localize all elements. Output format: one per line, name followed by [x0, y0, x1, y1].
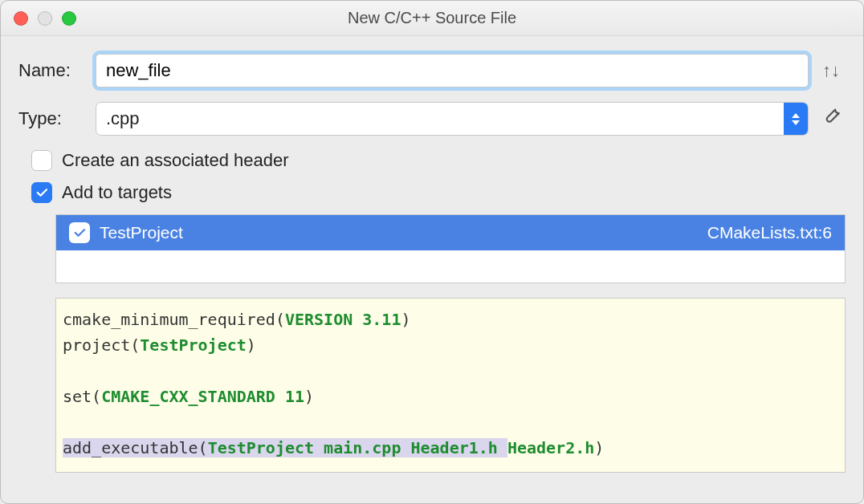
name-label: Name:	[18, 60, 96, 81]
cmake-preview: cmake_minimum_required(VERSION 3.11) pro…	[55, 298, 846, 473]
settings-button[interactable]	[817, 107, 846, 132]
chevron-updown-icon	[784, 103, 808, 135]
type-value: .cpp	[106, 108, 140, 129]
target-location: CMakeLists.txt:6	[707, 215, 832, 250]
add-targets-checkbox[interactable]	[31, 182, 52, 203]
targets-empty-row	[56, 250, 845, 282]
type-select[interactable]: .cpp	[96, 102, 809, 136]
target-name: TestProject	[100, 215, 183, 250]
targets-list: TestProject CMakeLists.txt:6	[55, 214, 846, 283]
titlebar: New C/C++ Source File	[1, 1, 863, 36]
add-targets-label: Add to targets	[62, 182, 172, 203]
type-label: Type:	[18, 108, 96, 129]
window-title: New C/C++ Source File	[1, 9, 863, 27]
target-row[interactable]: TestProject CMakeLists.txt:6	[56, 215, 845, 250]
create-header-label: Create an associated header	[62, 150, 289, 171]
name-input[interactable]	[96, 54, 809, 87]
sort-icon[interactable]: ↑↓	[817, 60, 846, 81]
target-checkbox[interactable]	[69, 222, 90, 243]
create-header-checkbox[interactable]	[31, 150, 52, 171]
